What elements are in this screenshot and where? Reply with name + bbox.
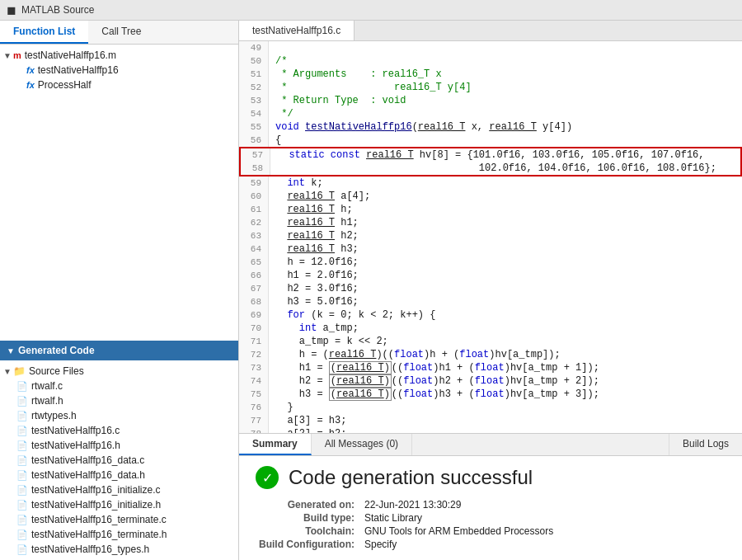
tree-arrow: ▼ (3, 51, 13, 60)
line-code: h3 = (real16_T)((float)h3 + (float)hv[a_… (269, 388, 742, 401)
file-label: testNativeHalffp16.c (31, 425, 120, 436)
tab-summary[interactable]: Summary (239, 434, 312, 455)
tree-item-processhalf-fn[interactable]: fx ProcessHalf (0, 78, 238, 92)
file-label: testNativeHalffp16_terminate.h (31, 529, 167, 540)
build-type-label: Build type: (259, 512, 358, 524)
folder-arrow-icon: ▼ (3, 367, 13, 376)
generated-code-label: Generated Code (18, 345, 95, 356)
list-item[interactable]: 📄 testNativeHalffp16.h (0, 438, 238, 453)
doc-icon: 📄 (16, 381, 28, 392)
doc-icon: 📄 (16, 485, 28, 496)
folder-icon: 📁 (13, 365, 26, 377)
table-row: 52 * real16_T y[4] (239, 81, 742, 94)
bottom-content: ✓ Code generation successful Generated o… (239, 456, 742, 560)
line-code: h1 = (real16_T)((float)h1 + (float)hv[a_… (269, 361, 742, 374)
line-code: int k; (269, 176, 742, 190)
table-row: 58 102.0f16, 104.0f16, 106.0f16, 108.0f1… (241, 162, 740, 175)
table-row: 50 /* (239, 54, 742, 68)
doc-icon: 📄 (16, 544, 28, 555)
line-number: 58 (241, 162, 270, 175)
line-code: /* (269, 54, 742, 68)
tree-item-testNativeHalffp16m[interactable]: ▼ m testNativeHalffp16.m (0, 48, 238, 63)
line-code: h = (real16_T)((float)h + (float)hv[a_tm… (269, 348, 742, 361)
line-number: 76 (239, 401, 269, 414)
source-files-label: Source Files (29, 365, 84, 377)
doc-icon: 📄 (16, 411, 28, 421)
list-item[interactable]: 📄 testNativeHalffp16.c (0, 423, 238, 438)
table-row: 62 real16_T h1; (239, 216, 742, 229)
list-item[interactable]: 📄 testNativeHalffp16_data.c (0, 453, 238, 468)
table-row: 78 a[2] = h2; (239, 427, 742, 433)
list-item[interactable]: 📄 testNativeHalffp16_initialize.c (0, 482, 238, 497)
line-number: 49 (239, 41, 269, 54)
line-number: 54 (239, 107, 269, 120)
doc-icon: 📄 (16, 396, 28, 407)
doc-icon: 📄 (16, 470, 28, 481)
doc-icon: 📄 (16, 529, 28, 540)
table-row: 73 h1 = (real16_T)((float)h1 + (float)hv… (239, 361, 742, 374)
line-number: 55 (239, 120, 269, 134)
line-code: * real16_T y[4] (269, 81, 742, 94)
line-code: real16_T h; (269, 203, 742, 216)
left-top: Function List Call Tree ▼ m testNativeHa… (0, 21, 238, 341)
tree-item-testNativeHalffp16-fn[interactable]: fx testNativeHalffp16 (0, 63, 238, 78)
table-row: 49 (239, 41, 742, 54)
tree-source-files-folder[interactable]: ▼ 📁 Source Files (0, 364, 238, 379)
line-number: 73 (239, 361, 269, 374)
line-number: 66 (239, 269, 269, 282)
list-item[interactable]: 📄 testNativeHalffp16_initialize.h (0, 497, 238, 512)
section-arrow-icon: ▼ (7, 346, 15, 355)
line-number: 77 (239, 414, 269, 427)
tab-call-tree[interactable]: Call Tree (88, 21, 154, 44)
line-code: h1 = 2.0f16; (269, 269, 742, 282)
list-item[interactable]: 📄 testNativeHalffp16_terminate.h (0, 527, 238, 542)
table-row: 61 real16_T h; (239, 203, 742, 216)
title-text: MATLAB Source (21, 4, 94, 16)
line-code: real16_T h1; (269, 216, 742, 229)
main-layout: Function List Call Tree ▼ m testNativeHa… (0, 21, 742, 560)
list-item[interactable]: 📄 testNativeHalffp16_types.h (0, 542, 238, 557)
list-item[interactable]: 📄 rtwalf.c (0, 379, 238, 393)
tree-item-label: ProcessHalf (38, 79, 92, 91)
success-row: ✓ Code generation successful (256, 466, 726, 489)
table-row: 66 h1 = 2.0f16; (239, 269, 742, 282)
tab-all-messages[interactable]: All Messages (0) (312, 434, 412, 455)
editor-tab-active[interactable]: testNativeHalffp16.c (239, 21, 355, 40)
line-code: 102.0f16, 104.0f16, 106.0f16, 108.0f16}; (270, 162, 740, 175)
table-row: 59 int k; (239, 176, 742, 190)
table-row: 72 h = (real16_T)((float)h + (float)hv[a… (239, 348, 742, 361)
line-code: real16_T h3; (269, 242, 742, 256)
list-item[interactable]: 📄 testNativeHalffp16_data.h (0, 468, 238, 482)
line-number: 65 (239, 256, 269, 269)
line-number: 51 (239, 68, 269, 81)
tab-build-logs[interactable]: Build Logs (669, 434, 742, 455)
table-row: 63 real16_T h2; (239, 229, 742, 242)
table-row: 68 h3 = 5.0f16; (239, 295, 742, 308)
list-item[interactable]: 📄 rtwtypes.h (0, 408, 238, 423)
function-icon: fx (26, 65, 35, 75)
tab-function-list[interactable]: Function List (0, 21, 88, 44)
success-icon: ✓ (256, 466, 279, 489)
line-number: 72 (239, 348, 269, 361)
build-config-label: Build Configuration: (259, 539, 358, 550)
doc-icon: 📄 (16, 426, 28, 436)
tree-item-label: testNativeHalffp16.m (25, 49, 116, 61)
code-view[interactable]: 49 50 /* 51 * Arguments : real16_T x (239, 41, 742, 433)
build-config-value: Specify (364, 539, 726, 550)
source-files-tree: ▼ 📁 Source Files 📄 rtwalf.c 📄 rtwalf.h � (0, 360, 238, 560)
line-code: real16_T h2; (269, 229, 742, 242)
file-label: rtwtypes.h (31, 410, 77, 421)
line-number: 67 (239, 282, 269, 295)
table-row: 65 h = 12.0f16; (239, 256, 742, 269)
doc-icon: 📄 (16, 440, 28, 451)
line-code: for (k = 0; k < 2; k++) { (269, 308, 742, 322)
table-row: 77 a[3] = h3; (239, 414, 742, 427)
checkmark-icon: ✓ (262, 470, 273, 486)
table-row: 54 */ (239, 107, 742, 120)
generated-code-header[interactable]: ▼ Generated Code (0, 341, 238, 360)
list-item[interactable]: 📄 testNativeHalffp16_terminate.c (0, 512, 238, 527)
list-item[interactable]: 📄 rtwalf.h (0, 393, 238, 408)
table-row: 55 void testNativeHalffp16(real16_T x, r… (239, 120, 742, 134)
table-row: 71 a_tmp = k << 2; (239, 335, 742, 348)
line-code: real16_T a[4]; (269, 190, 742, 203)
